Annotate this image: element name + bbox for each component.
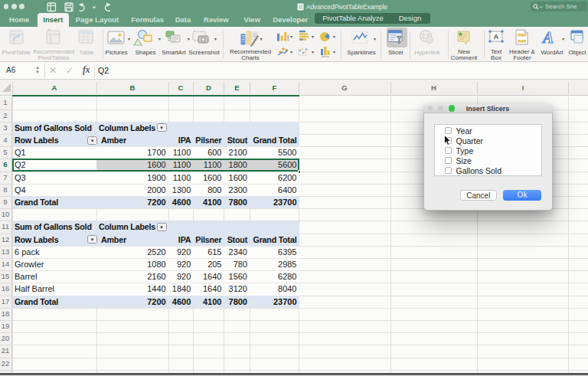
svg-text:A: A [494,33,499,41]
svg-text:A: A [541,28,554,47]
